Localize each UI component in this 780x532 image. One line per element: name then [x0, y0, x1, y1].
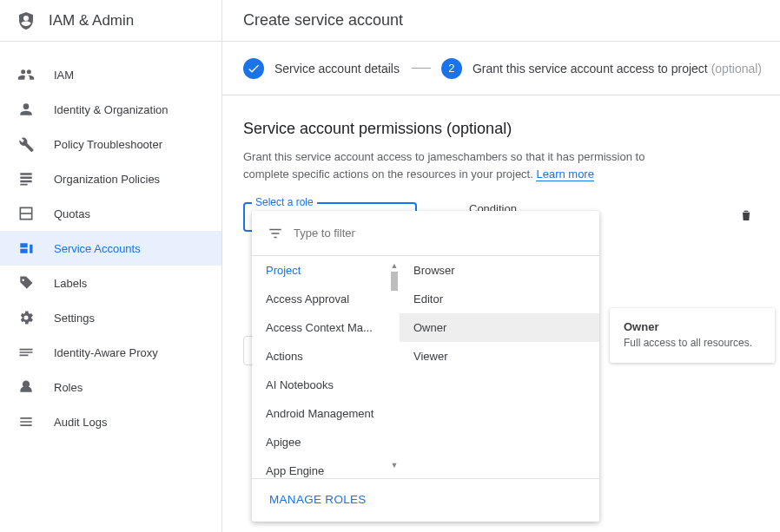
- svg-point-0: [22, 279, 24, 281]
- step-connector: [412, 68, 431, 69]
- trash-icon: [739, 207, 753, 223]
- role-filter-row: [252, 211, 599, 256]
- role-dropdown-body: Project Access Approval Access Context M…: [252, 256, 599, 478]
- tooltip-title: Owner: [624, 320, 761, 333]
- step-2-optional: (optional): [711, 62, 762, 76]
- role-category-item[interactable]: Access Approval: [252, 285, 400, 313]
- role-category-item[interactable]: Project: [252, 256, 400, 285]
- step-2-text: Grant this service account access to pro…: [473, 62, 708, 76]
- filter-icon: [268, 226, 283, 241]
- role-category-item[interactable]: Apigee: [252, 428, 400, 456]
- scroll-up-icon: ▲: [389, 261, 400, 270]
- tooltip-desc: Full access to all resources.: [624, 337, 761, 349]
- sidebar-item-roles[interactable]: Roles: [0, 370, 221, 404]
- manage-roles-button[interactable]: MANAGE ROLES: [269, 493, 367, 506]
- sidebar-item-label: Service Accounts: [54, 242, 141, 255]
- stepper: Service account details 2 Grant this ser…: [222, 42, 780, 95]
- section-desc: Grant this service account access to jam…: [243, 148, 686, 183]
- role-category-item[interactable]: App Engine: [252, 456, 400, 478]
- sidebar-item-label: Audit Logs: [54, 416, 107, 429]
- sidebar-item-label: Roles: [54, 381, 83, 394]
- role-category-item[interactable]: Android Management: [252, 399, 382, 428]
- quota-icon: [17, 205, 35, 222]
- sidebar-item-label: Policy Troubleshooter: [54, 138, 162, 151]
- sidebar-item-settings[interactable]: Settings: [0, 300, 221, 335]
- audit-icon: [17, 413, 35, 430]
- step-1[interactable]: Service account details: [243, 58, 400, 79]
- role-category-item[interactable]: AI Notebooks: [252, 371, 400, 399]
- person-icon: [17, 101, 35, 118]
- sidebar-header: IAM & Admin: [0, 0, 221, 42]
- sidebar-title: IAM & Admin: [49, 12, 134, 30]
- step-1-label: Service account details: [274, 62, 400, 76]
- sidebar-item-audit-logs[interactable]: Audit Logs: [0, 404, 221, 439]
- step-2[interactable]: 2 Grant this service account access to p…: [441, 58, 762, 79]
- delete-role-button[interactable]: [739, 207, 753, 226]
- role-item[interactable]: Browser: [400, 256, 599, 285]
- sidebar-item-label: Organization Policies: [54, 173, 160, 186]
- role-list: Browser Editor Owner Viewer: [400, 256, 599, 478]
- role-category-scrollbar[interactable]: ▲ ▼: [389, 261, 400, 470]
- role-filter-input[interactable]: [294, 227, 584, 240]
- section-title: Service account permissions (optional): [243, 120, 762, 138]
- scroll-down-icon: ▼: [389, 461, 400, 470]
- sidebar-item-iam[interactable]: IAM: [0, 57, 221, 92]
- sidebar-item-quotas[interactable]: Quotas: [0, 196, 221, 231]
- sidebar-item-label: Identity & Organization: [54, 103, 169, 116]
- step-2-label: Grant this service account access to pro…: [473, 62, 762, 76]
- sidebar-item-label: Labels: [54, 277, 87, 290]
- sidebar-item-policy-troubleshooter[interactable]: Policy Troubleshooter: [0, 127, 221, 161]
- sidebar-item-label: Identity-Aware Proxy: [54, 346, 158, 359]
- wrench-icon: [17, 135, 35, 153]
- role-item[interactable]: Viewer: [400, 342, 599, 371]
- page-header: Create service account: [222, 0, 780, 42]
- sidebar-nav: IAM Identity & Organization Policy Troub…: [0, 42, 221, 439]
- role-tooltip: Owner Full access to all resources.: [610, 308, 775, 363]
- role-item[interactable]: Owner: [400, 313, 599, 342]
- shield-icon: [16, 10, 36, 31]
- check-icon: [243, 58, 264, 79]
- role-select-label: Select a role: [252, 196, 317, 208]
- service-account-icon: [17, 240, 35, 257]
- people-icon: [17, 66, 35, 83]
- role-category-item[interactable]: Actions: [252, 342, 400, 371]
- sidebar-item-identity[interactable]: Identity & Organization: [0, 92, 221, 127]
- list-icon: [17, 170, 35, 187]
- scroll-thumb[interactable]: [391, 272, 398, 291]
- page-title: Create service account: [243, 11, 403, 30]
- sidebar: IAM & Admin IAM Identity & Organization …: [0, 0, 222, 532]
- role-dropdown-footer: MANAGE ROLES: [252, 478, 599, 520]
- tag-icon: [17, 274, 35, 292]
- sidebar-item-service-accounts[interactable]: Service Accounts: [0, 231, 221, 266]
- role-dropdown: Project Access Approval Access Context M…: [252, 211, 599, 522]
- step-2-number: 2: [441, 58, 462, 79]
- proxy-icon: [17, 344, 35, 361]
- sidebar-item-label: Quotas: [54, 207, 90, 220]
- sidebar-item-label: Settings: [54, 312, 95, 325]
- sidebar-item-iap[interactable]: Identity-Aware Proxy: [0, 335, 221, 370]
- learn-more-link[interactable]: Learn more: [536, 167, 593, 181]
- role-category-item[interactable]: Access Context Ma...: [252, 313, 382, 342]
- sidebar-item-org-policies[interactable]: Organization Policies: [0, 161, 221, 196]
- gear-icon: [17, 309, 35, 326]
- roles-icon: [17, 378, 35, 396]
- sidebar-item-label: IAM: [54, 69, 74, 82]
- role-item[interactable]: Editor: [400, 285, 599, 313]
- role-category-list: Project Access Approval Access Context M…: [252, 256, 400, 478]
- sidebar-item-labels[interactable]: Labels: [0, 266, 221, 300]
